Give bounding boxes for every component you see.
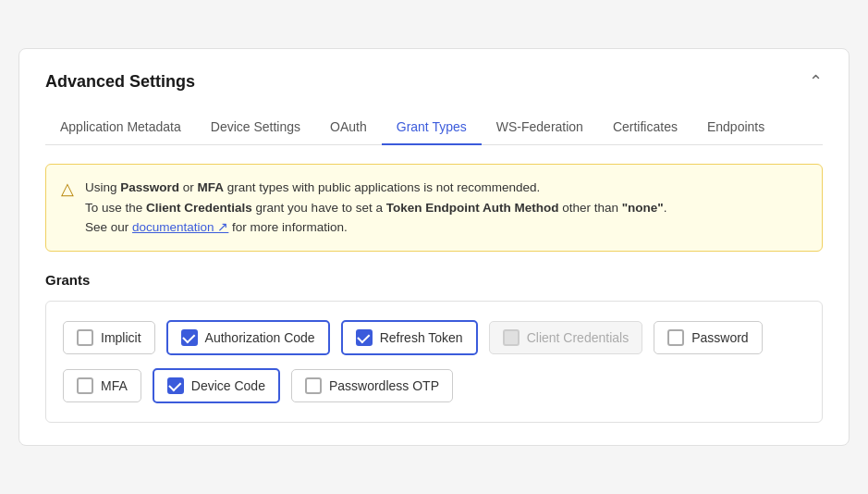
warning-text: Using Password or MFA grant types with p… (85, 178, 667, 238)
checkbox-refresh-token (356, 329, 373, 346)
tab-application-metadata[interactable]: Application Metadata (45, 110, 196, 145)
checkbox-device-code (167, 377, 184, 394)
grant-item-device-code[interactable]: Device Code (153, 368, 280, 403)
grant-item-implicit[interactable]: Implicit (63, 321, 155, 354)
checkbox-mfa (77, 377, 93, 394)
grants-section: Grants ImplicitAuthorization CodeRefresh… (45, 272, 823, 423)
checkbox-implicit (77, 329, 93, 346)
grant-item-client-credentials: Client Credentials (489, 321, 643, 354)
checkbox-client-credentials (503, 329, 520, 346)
grants-label: Grants (45, 272, 823, 288)
warning-icon: △ (61, 179, 74, 199)
grant-label: MFA (101, 378, 128, 393)
grant-label: Client Credentials (527, 330, 630, 345)
grant-label: Passwordless OTP (329, 378, 439, 393)
warning-banner: △ Using Password or MFA grant types with… (45, 164, 823, 252)
grant-item-authorization-code[interactable]: Authorization Code (166, 320, 330, 355)
checkbox-password (667, 329, 684, 346)
grants-box: ImplicitAuthorization CodeRefresh TokenC… (45, 301, 823, 423)
grant-item-password[interactable]: Password (654, 321, 762, 354)
checkbox-authorization-code (181, 329, 198, 346)
checkbox-passwordless-otp (305, 377, 322, 394)
tab-device-settings[interactable]: Device Settings (196, 110, 315, 145)
grant-label: Authorization Code (205, 330, 315, 345)
tab-oauth[interactable]: OAuth (315, 110, 382, 145)
tab-ws-federation[interactable]: WS-Federation (482, 110, 598, 145)
grant-item-mfa[interactable]: MFA (63, 369, 141, 402)
card-title: Advanced Settings (45, 72, 195, 92)
grant-item-refresh-token[interactable]: Refresh Token (341, 320, 478, 355)
grant-label: Device Code (191, 378, 265, 393)
card-header: Advanced Settings ⌃ (45, 71, 823, 92)
documentation-link[interactable]: documentation ↗ (132, 220, 228, 234)
grant-label: Password (691, 330, 748, 345)
tab-endpoints[interactable]: Endpoints (692, 110, 779, 145)
grants-row-0: ImplicitAuthorization CodeRefresh TokenC… (63, 320, 805, 355)
grant-label: Implicit (101, 330, 141, 345)
tabs-nav: Application MetadataDevice SettingsOAuth… (45, 110, 823, 145)
tab-certificates[interactable]: Certificates (598, 110, 692, 145)
grant-label: Refresh Token (380, 330, 463, 345)
tab-grant-types[interactable]: Grant Types (382, 110, 482, 145)
collapse-icon[interactable]: ⌃ (809, 71, 823, 92)
advanced-settings-card: Advanced Settings ⌃ Application Metadata… (18, 48, 850, 446)
grant-item-passwordless-otp[interactable]: Passwordless OTP (291, 369, 453, 402)
grants-row-1: MFADevice CodePasswordless OTP (63, 368, 805, 403)
